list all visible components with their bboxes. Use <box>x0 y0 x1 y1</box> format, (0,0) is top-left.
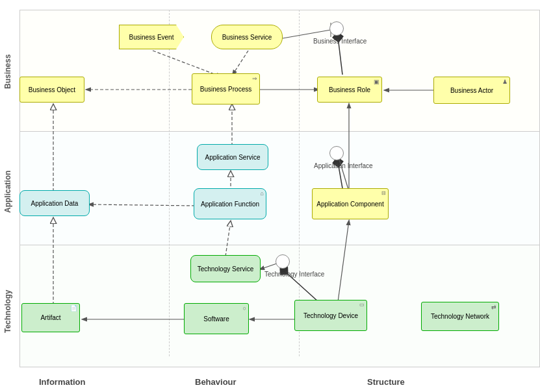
business-actor-icon: ♟ <box>502 79 508 86</box>
application-component-node[interactable]: Application Component ⊟ <box>312 188 389 219</box>
artifact-node[interactable]: Artifact 📄 <box>21 303 80 332</box>
artifact-icon: 📄 <box>70 305 77 313</box>
business-service-node[interactable]: Business Service <box>211 25 283 49</box>
technology-network-icon: ⇄ <box>491 304 496 312</box>
application-function-icon: ⌂ <box>261 190 264 198</box>
software-icon: ○ <box>243 305 246 313</box>
technology-network-label: Technology Network <box>431 312 489 321</box>
col-label-structure: Structure <box>367 377 405 387</box>
technology-interface-circle <box>276 254 290 269</box>
application-interface-label: Application Interface <box>314 162 373 169</box>
business-process-label: Business Process <box>200 85 251 93</box>
application-service-label: Application Service <box>205 153 260 162</box>
application-service-node[interactable]: Application Service <box>197 144 268 170</box>
application-layer-band <box>19 132 540 245</box>
technology-device-node[interactable]: Technology Device ▭ <box>294 300 367 331</box>
business-object-label: Business Object <box>29 86 75 94</box>
business-event-node[interactable]: Business Event <box>119 25 184 49</box>
business-process-node[interactable]: Business Process ⇒ <box>192 73 260 104</box>
business-interface-circle <box>329 21 344 36</box>
application-layer-label: Application <box>3 162 12 221</box>
software-label: Software <box>203 315 229 323</box>
diagram-container: Business Application Technology <box>0 0 540 392</box>
technology-service-label: Technology Service <box>198 265 254 273</box>
col-label-behaviour: Behaviour <box>195 377 237 387</box>
business-process-icon: ⇒ <box>252 75 257 83</box>
application-function-label: Application Function <box>201 200 259 208</box>
business-event-label: Business Event <box>129 33 174 42</box>
application-component-label: Application Component <box>316 200 383 208</box>
technology-device-icon: ▭ <box>359 302 365 308</box>
business-object-node[interactable]: Business Object <box>19 77 84 103</box>
artifact-label: Artifact <box>40 313 60 322</box>
technology-network-node[interactable]: Technology Network ⇄ <box>421 302 499 331</box>
grid-line-v1 <box>169 10 170 356</box>
business-service-label: Business Service <box>222 33 272 42</box>
business-role-icon: ▣ <box>374 79 379 86</box>
business-interface-label: Business Interface <box>313 38 366 45</box>
software-node[interactable]: Software ○ <box>184 303 249 334</box>
business-layer-label: Business <box>3 39 12 104</box>
application-interface-circle <box>329 146 344 160</box>
business-actor-label: Business Actor <box>450 86 493 95</box>
business-role-node[interactable]: Business Role ▣ <box>317 77 382 103</box>
col-label-information: Information <box>39 377 86 387</box>
application-data-label: Application Data <box>31 199 79 208</box>
application-data-node[interactable]: Application Data <box>19 190 90 216</box>
technology-service-node[interactable]: Technology Service <box>190 255 261 282</box>
business-role-label: Business Role <box>329 86 370 94</box>
application-function-node[interactable]: Application Function ⌂ <box>194 188 266 219</box>
business-actor-node[interactable]: Business Actor ♟ <box>433 77 510 104</box>
technology-device-label: Technology Device <box>303 312 358 320</box>
technology-interface-label: Technology Interface <box>264 271 324 278</box>
technology-layer-label: Technology <box>3 279 12 344</box>
application-component-icon: ⊟ <box>381 190 386 197</box>
